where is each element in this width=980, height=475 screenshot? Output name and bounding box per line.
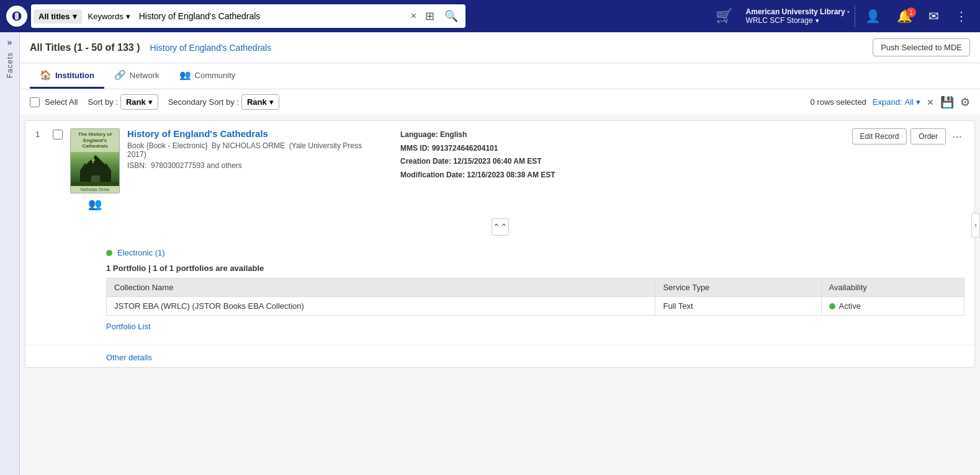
svg-rect-10: [71, 182, 119, 186]
sort-dropdown[interactable]: Rank ▾: [120, 94, 158, 110]
record-isbn: ISBN: 9780300277593 and others: [127, 161, 375, 170]
page-header: All Titles (1 - 50 of 133 ) History of E…: [20, 32, 980, 63]
notification-icon[interactable]: 🔔 1: [891, 6, 919, 26]
tab-network[interactable]: 🔗 Network: [104, 63, 169, 89]
tabs-bar: 🏠 Institution 🔗 Network 👥 Community: [20, 63, 980, 89]
page-title: All Titles (1 - 50 of 133 ): [30, 42, 140, 53]
rows-selected-text: 0 rows selected: [811, 97, 866, 107]
main-content: All Titles (1 - 50 of 133 ) History of E…: [20, 32, 980, 475]
user-icon[interactable]: 👤: [859, 6, 887, 26]
availability-dot: [829, 303, 835, 309]
record-card: 1 The History of England's Cathedrals: [25, 120, 975, 368]
svg-marker-2: [86, 155, 105, 164]
other-details-link[interactable]: Other details: [25, 348, 974, 367]
record-format: Book {Book - Electronic} By NICHOLAS ORM…: [127, 141, 375, 159]
search-clear-button[interactable]: ×: [407, 9, 420, 23]
results-area: 1 The History of England's Cathedrals: [20, 115, 980, 475]
col-header-service: Service Type: [655, 278, 821, 297]
col-header-availability: Availability: [821, 278, 964, 297]
breadcrumb-link[interactable]: History of England's Cathedrals: [150, 43, 272, 53]
institution-icon: 🏠: [40, 69, 52, 81]
record-header: 1 The History of England's Cathedrals: [25, 121, 974, 218]
scroll-right-button[interactable]: ›: [971, 213, 980, 238]
book-cover-image: The History of England's Cathedrals: [70, 128, 120, 193]
order-button[interactable]: Order: [910, 128, 946, 144]
sidebar-expand-button[interactable]: »: [7, 37, 12, 47]
sidebar: » Facets: [0, 32, 20, 475]
record-title[interactable]: History of England's Cathedrals: [127, 128, 375, 139]
more-options-button[interactable]: ⋯: [950, 128, 964, 145]
tab-community[interactable]: 👥 Community: [169, 63, 246, 89]
service-type-cell: Full Text: [655, 297, 821, 316]
svg-rect-4: [91, 159, 95, 161]
community-members-icon: 👥: [88, 197, 102, 211]
select-all-label[interactable]: Select All: [45, 97, 78, 107]
menu-icon[interactable]: ⋮: [949, 6, 974, 26]
secondary-sort-dropdown[interactable]: Rank ▾: [241, 94, 279, 110]
page-layout: » Facets All Titles (1 - 50 of 133 ) His…: [0, 32, 980, 475]
electronic-section: Electronic (1) 1 Portfolio | 1 of 1 port…: [25, 243, 974, 342]
search-go-button[interactable]: 🔍: [439, 8, 463, 24]
edit-record-button[interactable]: Edit Record: [852, 128, 907, 144]
record-actions: Edit Record Order ⋯: [852, 128, 964, 145]
cart-icon[interactable]: 🛒: [711, 6, 737, 27]
select-all-checkbox[interactable]: [30, 97, 40, 107]
notification-badge: 1: [906, 7, 916, 17]
tab-institution[interactable]: 🏠 Institution: [30, 63, 104, 89]
electronic-label[interactable]: Electronic (1): [106, 248, 964, 257]
institution-selector[interactable]: American University Library - WRLC SCF S…: [741, 5, 855, 27]
toolbar: Select All Sort by : Rank ▾ Secondary So…: [20, 89, 980, 115]
community-icon: 👥: [179, 69, 191, 81]
table-row: JSTOR EBA (WRLC) (JSTOR Books EBA Collec…: [107, 297, 964, 316]
save-query-button[interactable]: 💾: [940, 95, 954, 109]
settings-button[interactable]: ⚙: [960, 95, 970, 109]
push-mde-button[interactable]: Push Selected to MDE: [873, 38, 970, 56]
collection-name-cell: JSTOR EBA (WRLC) (JSTOR Books EBA Collec…: [107, 297, 655, 316]
availability-cell: Active: [821, 297, 964, 316]
record-metadata: Language: English MMS ID: 99137246462041…: [400, 128, 845, 182]
col-header-collection: Collection Name: [107, 278, 655, 297]
search-expand-button[interactable]: ⊞: [421, 8, 438, 24]
facets-label: Facets: [6, 52, 14, 78]
search-input[interactable]: [137, 9, 406, 24]
toolbar-right: 0 rows selected Expand: All ▾ ✕ 💾 ⚙: [811, 95, 971, 109]
network-icon: 🔗: [114, 69, 126, 81]
sort-control: Sort by : Rank ▾: [88, 94, 158, 110]
mail-icon[interactable]: ✉: [922, 6, 945, 26]
search-qualifier-dropdown[interactable]: Keywords ▾: [83, 9, 135, 24]
active-indicator: [106, 250, 112, 256]
search-type-dropdown[interactable]: All titles ▾: [34, 9, 82, 24]
nav-logo[interactable]: [6, 6, 27, 27]
collapse-button[interactable]: ⌃⌃: [492, 218, 509, 236]
portfolio-list-link[interactable]: Portfolio List: [106, 316, 151, 337]
portfolio-table: Collection Name Service Type Availabilit…: [106, 278, 964, 316]
portfolio-info: 1 Portfolio | 1 of 1 portfolios are avai…: [106, 264, 964, 273]
expand-all-button[interactable]: Expand: All ▾: [873, 97, 920, 107]
close-expand-button[interactable]: ✕: [927, 97, 934, 107]
secondary-sort-control: Secondary Sort by : Rank ▾: [168, 94, 279, 110]
top-nav: All titles ▾ Keywords ▾ × ⊞ 🔍 🛒 American…: [0, 0, 980, 32]
search-bar: All titles ▾ Keywords ▾ × ⊞ 🔍: [31, 4, 465, 28]
record-checkbox[interactable]: [53, 130, 63, 140]
record-main: History of England's Cathedrals Book {Bo…: [127, 128, 845, 182]
record-number: 1: [35, 128, 45, 139]
